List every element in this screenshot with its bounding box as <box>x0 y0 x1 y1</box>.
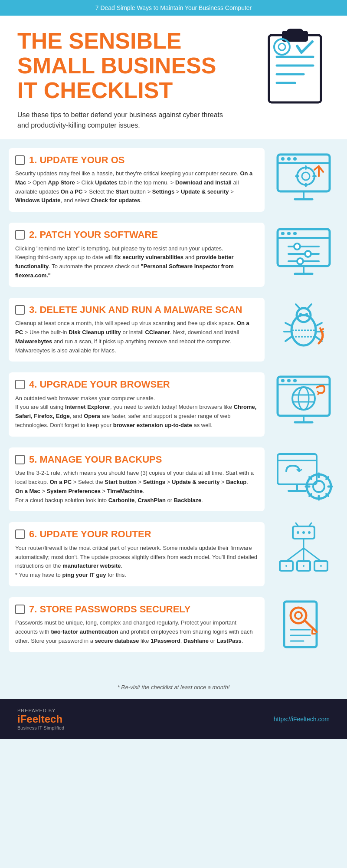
svg-point-76 <box>297 531 299 534</box>
svg-point-78 <box>308 531 311 534</box>
svg-point-31 <box>305 251 311 257</box>
item-header-7: 7. STORE PASSWORDS SECURELY <box>15 604 258 615</box>
svg-point-13 <box>293 157 297 161</box>
header-subtitle: Use these tips to better defend your bus… <box>17 110 234 131</box>
item-body-3: Cleanup at least once a month, this will… <box>15 319 258 355</box>
item-title-3: 3. DELETE JUNK AND RUN A MALWARE SCAN <box>29 304 242 316</box>
svg-point-14 <box>297 168 314 185</box>
svg-point-55 <box>292 387 315 410</box>
content: 1. UPDATE YOUR OS Security updates may f… <box>0 139 347 677</box>
item-left-5: 5. MANAGE YOUR BACKUPS Use the 3-2-1 rul… <box>9 447 265 512</box>
svg-point-89 <box>303 565 304 567</box>
item-title-5: 5. MANAGE YOUR BACKUPS <box>29 454 162 465</box>
item-left-7: 7. STORE PASSWORDS SECURELY Passwords mu… <box>9 597 265 652</box>
item-header-5: 5. MANAGE YOUR BACKUPS <box>15 454 258 465</box>
item-left-3: 3. DELETE JUNK AND RUN A MALWARE SCAN Cl… <box>9 298 265 362</box>
svg-line-45 <box>316 323 322 326</box>
svg-point-52 <box>281 379 285 382</box>
svg-point-64 <box>313 481 324 492</box>
item-icon-7 <box>269 597 338 658</box>
item-header-4: 4. UPGRADE YOUR BROWSER <box>15 379 258 390</box>
svg-point-90 <box>320 565 322 567</box>
item-icon-2 <box>269 223 338 283</box>
svg-point-39 <box>305 313 308 316</box>
svg-point-12 <box>287 157 291 161</box>
svg-line-44 <box>285 337 291 341</box>
svg-point-26 <box>287 232 291 235</box>
item-title-7: 7. STORE PASSWORDS SECURELY <box>29 604 190 615</box>
checkbox-6[interactable] <box>15 529 25 539</box>
header: THE SENSIBLESMALL BUSINESSIT CHECKLIST U… <box>0 16 347 139</box>
checklist-item-5: 5. MANAGE YOUR BACKUPS Use the 3-2-1 rul… <box>9 447 338 512</box>
svg-point-56 <box>298 387 309 410</box>
item-title-2: 2. PATCH YOUR SOFTWARE <box>29 229 158 240</box>
top-bar-text: 7 Dead Simple Ways to Maintain Your Busi… <box>95 4 252 11</box>
svg-point-15 <box>302 172 310 180</box>
svg-point-27 <box>293 232 297 235</box>
item-icon-1 <box>269 148 338 209</box>
item-left-6: 6. UPDATE YOUR ROUTER Your router/firewa… <box>9 522 265 586</box>
svg-line-40 <box>296 304 300 309</box>
checklist-item-4: 4. UPGRADE YOUR BROWSER An outdated web … <box>9 372 338 437</box>
checklist-item-7: 7. STORE PASSWORDS SECURELY Passwords mu… <box>9 597 338 658</box>
item-left-1: 1. UPDATE YOUR OS Security updates may f… <box>9 148 265 212</box>
footer-note: * Re-visit the checklist at least once a… <box>0 677 347 699</box>
svg-line-87 <box>304 548 321 561</box>
svg-point-54 <box>293 379 297 382</box>
checkbox-1[interactable] <box>15 155 25 165</box>
checklist-item-1: 1. UPDATE YOUR OS Security updates may f… <box>9 148 338 212</box>
item-title-6: 6. UPDATE YOUR ROUTER <box>29 529 151 540</box>
svg-line-42 <box>285 323 291 326</box>
item-body-6: Your router/firewall is the most critica… <box>15 544 258 580</box>
item-body-1: Security updates may feel like a hassle,… <box>15 169 258 205</box>
item-body-4: An outdated web browser makes your compu… <box>15 394 258 430</box>
item-header-3: 3. DELETE JUNK AND RUN A MALWARE SCAN <box>15 304 258 316</box>
footer-prepared: PREPARED BY <box>17 708 64 713</box>
svg-rect-0 <box>269 35 321 102</box>
footer-left: PREPARED BY iFeeltech Business IT Simpli… <box>17 708 64 730</box>
svg-line-41 <box>307 304 311 309</box>
footer: PREPARED BY iFeeltech Business IT Simpli… <box>0 699 347 739</box>
checklist-item-3: 3. DELETE JUNK AND RUN A MALWARE SCAN Cl… <box>9 298 338 362</box>
checkbox-5[interactable] <box>15 455 25 464</box>
svg-point-33 <box>297 258 303 264</box>
item-title-4: 4. UPGRADE YOUR BROWSER <box>29 379 170 390</box>
svg-rect-2 <box>286 29 304 36</box>
item-left-2: 2. PATCH YOUR SOFTWARE Clicking "remind … <box>9 223 265 287</box>
svg-point-11 <box>281 157 285 161</box>
clipboard-icon <box>260 24 330 102</box>
top-bar: 7 Dead Simple Ways to Maintain Your Busi… <box>0 0 347 16</box>
item-header-1: 1. UPDATE YOUR OS <box>15 155 258 166</box>
svg-point-29 <box>294 243 300 250</box>
item-title-1: 1. UPDATE YOUR OS <box>29 155 124 166</box>
checkbox-3[interactable] <box>15 305 25 315</box>
header-title: THE SENSIBLESMALL BUSINESSIT CHECKLIST <box>17 29 226 103</box>
svg-point-96 <box>295 612 302 619</box>
footer-note-text: * Re-visit the checklist at least once a… <box>118 684 230 690</box>
svg-point-77 <box>302 531 305 534</box>
checkbox-7[interactable] <box>15 605 25 614</box>
item-body-2: Clicking "remind me later" is tempting, … <box>15 244 258 280</box>
item-body-7: Passwords must be unique, long, complex … <box>15 618 258 645</box>
footer-url[interactable]: https://iFeeltech.com <box>274 716 330 723</box>
checklist-item-6: 6. UPDATE YOUR ROUTER Your router/firewa… <box>9 522 338 586</box>
item-icon-6 <box>269 522 338 583</box>
item-icon-3 <box>269 298 338 358</box>
svg-point-38 <box>299 313 302 316</box>
svg-point-88 <box>285 565 287 567</box>
item-left-4: 4. UPGRADE YOUR BROWSER An outdated web … <box>9 372 265 437</box>
svg-point-25 <box>281 232 285 235</box>
item-body-5: Use the 3-2-1 rule, which means you shou… <box>15 469 258 505</box>
item-header-6: 6. UPDATE YOUR ROUTER <box>15 529 258 540</box>
item-header-2: 2. PATCH YOUR SOFTWARE <box>15 229 258 240</box>
footer-tagline: Business IT Simplified <box>17 725 64 730</box>
checkbox-4[interactable] <box>15 380 25 389</box>
item-icon-5 <box>269 447 338 508</box>
footer-brand: iFeeltech <box>17 713 64 725</box>
svg-line-85 <box>286 548 304 561</box>
checkbox-2[interactable] <box>15 230 25 240</box>
item-icon-4 <box>269 372 338 433</box>
svg-point-53 <box>287 379 291 382</box>
checklist-item-2: 2. PATCH YOUR SOFTWARE Clicking "remind … <box>9 223 338 287</box>
